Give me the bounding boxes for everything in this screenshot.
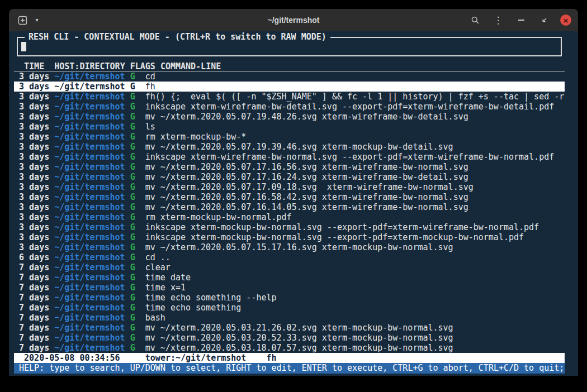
history-row[interactable]: 7 days~/git/termshotGmv ~/xterm.2020.05.… <box>14 343 565 353</box>
row-directory: ~/git/termshot <box>54 132 130 142</box>
row-directory: ~/git/termshot <box>54 222 130 232</box>
history-row[interactable]: 3 days~/git/termshotGrm xterm-mockup-bw-… <box>14 212 565 222</box>
row-time: 6 days <box>19 252 54 262</box>
row-time: 3 days <box>19 172 54 182</box>
titlebar: ▾ ~/git/termshot ⋮ × <box>9 9 578 31</box>
row-command: time x=1 <box>145 283 186 293</box>
history-row[interactable]: 3 days~/git/termshotGinkscape xterm-wire… <box>14 152 565 162</box>
row-flag: G <box>130 122 145 132</box>
close-button[interactable]: × <box>560 15 571 26</box>
row-time: 7 days <box>19 273 54 283</box>
row-directory: ~/git/termshot <box>54 283 130 293</box>
close-icon: × <box>563 17 569 24</box>
row-command: mv ~/xterm.2020.05.03.20.52.33.svg xterm… <box>145 333 453 343</box>
row-command: cd .. <box>145 252 171 262</box>
history-row[interactable]: 3 days~/git/termshotGfh <box>14 82 565 92</box>
row-flag: G <box>130 293 145 303</box>
row-command: mv ~/xterm.2020.05.03.21.26.02.svg xterm… <box>145 323 453 333</box>
row-time: 3 days <box>19 71 54 82</box>
history-row[interactable]: 3 days~/git/termshotGmv ~/xterm.2020.05.… <box>14 182 565 192</box>
row-time: 7 days <box>19 293 54 303</box>
history-row[interactable]: 3 days~/git/termshotGmv ~/xterm.2020.05.… <box>14 162 565 172</box>
row-flag: G <box>130 192 145 202</box>
history-row[interactable]: 3 days~/git/termshotGcd <box>14 71 565 82</box>
row-flag: G <box>130 303 145 313</box>
row-directory: ~/git/termshot <box>54 323 130 333</box>
history-row[interactable]: 3 days~/git/termshotGrm xterm-mockup-bw-… <box>14 132 565 142</box>
history-row[interactable]: 3 days~/git/termshotGfh() {; eval $( ([ … <box>14 92 565 102</box>
row-time: 7 days <box>19 313 54 323</box>
row-directory: ~/git/termshot <box>54 303 130 313</box>
history-row[interactable]: 3 days~/git/termshotGinkscape xterm-mock… <box>14 232 565 242</box>
row-flag: G <box>130 132 145 142</box>
search-button[interactable] <box>468 13 482 27</box>
row-time: 3 days <box>19 162 54 172</box>
help-bar: HELP: type to search, UP/DOWN to select,… <box>14 363 565 374</box>
row-command: rm xterm-mockup-bw-* <box>145 132 247 142</box>
history-row[interactable]: 3 days~/git/termshotGmv ~/xterm.2020.05.… <box>14 142 565 152</box>
history-row[interactable]: 3 days~/git/termshotGmv ~/xterm.2020.05.… <box>14 192 565 202</box>
terminal-window: ▾ ~/git/termshot ⋮ × <box>9 9 578 376</box>
row-flag: G <box>130 142 145 152</box>
row-directory: ~/git/termshot <box>54 142 130 152</box>
row-directory: ~/git/termshot <box>54 212 130 222</box>
row-directory: ~/git/termshot <box>54 333 130 343</box>
row-command: fh() {; eval $( ([ -n "$ZSH_NAME" ] && f… <box>145 92 565 102</box>
history-row[interactable]: 3 days~/git/termshotGinkscape xterm-mock… <box>14 222 565 232</box>
row-time: 3 days <box>19 152 54 162</box>
history-row[interactable]: 3 days~/git/termshotGmv ~/xterm.2020.05.… <box>14 242 565 252</box>
history-list: 3 days~/git/termshotGcd3 days~/git/terms… <box>14 71 565 353</box>
restore-button[interactable] <box>537 13 551 27</box>
resh-search-input[interactable]: RESH CLI - CONTEXTUAL MODE - (CTRL+R to … <box>17 37 562 56</box>
new-tab-button[interactable] <box>16 13 29 27</box>
row-command: inkscape xterm-wireframe-bw-detail.svg -… <box>145 102 555 112</box>
history-row[interactable]: 7 days~/git/termshotGtime echo something <box>14 303 565 313</box>
row-directory: ~/git/termshot <box>54 112 130 122</box>
status-bar: 2020-05-08 00:34:56 tower:~/git/termshot… <box>14 353 565 363</box>
history-row[interactable]: 7 days~/git/termshotGtime x=1 <box>14 283 565 293</box>
history-row[interactable]: 7 days~/git/termshotGtime date <box>14 273 565 283</box>
row-flag: G <box>130 182 145 192</box>
row-directory: ~/git/termshot <box>54 293 130 303</box>
row-time: 7 days <box>19 262 54 273</box>
row-flag: G <box>130 283 145 293</box>
history-row[interactable]: 7 days~/git/termshotGmv ~/xterm.2020.05.… <box>14 333 565 343</box>
row-time: 3 days <box>19 242 54 252</box>
row-command: time echo something <box>145 303 242 313</box>
row-flag: G <box>130 273 145 283</box>
row-flag: G <box>130 242 145 252</box>
history-row[interactable]: 7 days~/git/termshotGclear <box>14 262 565 273</box>
search-icon <box>471 16 480 25</box>
history-row[interactable]: 3 days~/git/termshotGmv ~/xterm.2020.05.… <box>14 112 565 122</box>
history-row[interactable]: 7 days~/git/termshotGbash <box>14 313 565 323</box>
row-directory: ~/git/termshot <box>54 242 130 252</box>
minimize-icon <box>518 20 524 21</box>
history-table-header: TIME HOST:DIRECTORY FLAGS COMMAND-LINE <box>14 61 565 71</box>
row-command: clear <box>145 262 171 273</box>
row-flag: G <box>130 262 145 273</box>
history-row[interactable]: 3 days~/git/termshotGmv ~/xterm.2020.05.… <box>14 172 565 182</box>
history-row[interactable]: 3 days~/git/termshotGls <box>14 122 565 132</box>
history-row[interactable]: 3 days~/git/termshotGinkscape xterm-wire… <box>14 102 565 112</box>
menu-button[interactable]: ⋮ <box>491 13 505 27</box>
history-row[interactable]: 6 days~/git/termshotGcd .. <box>14 252 565 262</box>
row-flag: G <box>130 102 145 112</box>
row-directory: ~/git/termshot <box>54 152 130 162</box>
row-flag: G <box>130 323 145 333</box>
restore-icon <box>540 16 548 25</box>
row-command: inkscape xterm-mockup-bw-normal.svg --ex… <box>145 222 539 232</box>
history-row[interactable]: 7 days~/git/termshotGtime echo something… <box>14 293 565 303</box>
row-time: 3 days <box>19 82 54 92</box>
text-cursor <box>21 42 26 51</box>
new-tab-dropdown-button[interactable]: ▾ <box>30 13 44 27</box>
history-row[interactable]: 7 days~/git/termshotGmv ~/xterm.2020.05.… <box>14 323 565 333</box>
row-command: cd <box>145 71 155 82</box>
row-directory: ~/git/termshot <box>54 202 130 212</box>
row-directory: ~/git/termshot <box>54 273 130 283</box>
row-directory: ~/git/termshot <box>54 82 130 92</box>
history-row[interactable]: 3 days~/git/termshotGmv ~/xterm.2020.05.… <box>14 202 565 212</box>
row-command: bash <box>145 313 165 323</box>
minimize-button[interactable] <box>514 13 528 27</box>
row-flag: G <box>130 333 145 343</box>
row-directory: ~/git/termshot <box>54 122 130 132</box>
